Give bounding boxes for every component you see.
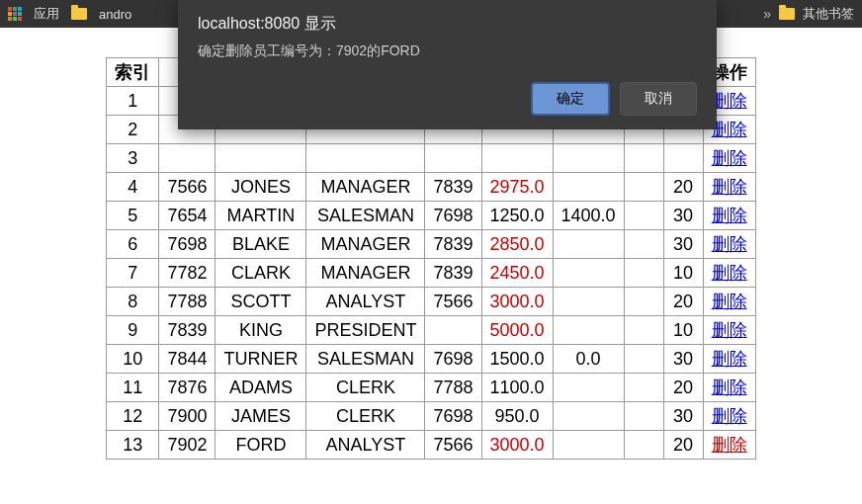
table-row: 97839KINGPRESIDENT5000.010删除 bbox=[107, 316, 755, 345]
table-cell: JAMES bbox=[216, 402, 306, 431]
table-cell bbox=[553, 173, 624, 202]
delete-link[interactable]: 删除 bbox=[712, 292, 747, 311]
table-cell bbox=[624, 230, 663, 259]
table-cell bbox=[553, 431, 624, 460]
table-cell: 4 bbox=[107, 173, 159, 202]
table-cell: CLERK bbox=[306, 402, 425, 431]
delete-link[interactable]: 删除 bbox=[712, 435, 747, 455]
table-cell bbox=[553, 259, 624, 288]
dialog-title: localhost:8080 显示 bbox=[198, 14, 697, 35]
table-cell: 1 bbox=[107, 87, 159, 116]
overflow-chevron-icon[interactable]: » bbox=[763, 6, 771, 22]
table-cell: 2850.0 bbox=[481, 230, 553, 259]
table-row: 117876ADAMSCLERK77881100.020删除 bbox=[107, 374, 755, 402]
table-cell: 2975.0 bbox=[481, 173, 553, 202]
table-cell: 20 bbox=[663, 288, 703, 316]
table-cell: JONES bbox=[216, 173, 306, 202]
table-cell: 7839 bbox=[425, 259, 481, 288]
table-row: 137902FORDANALYST75663000.020删除 bbox=[107, 431, 755, 460]
table-cell: 1250.0 bbox=[481, 202, 553, 230]
table-cell bbox=[159, 144, 216, 173]
delete-link[interactable]: 删除 bbox=[712, 349, 747, 369]
folder-icon[interactable] bbox=[71, 8, 87, 20]
delete-link[interactable]: 删除 bbox=[712, 148, 747, 168]
table-cell: 11 bbox=[107, 374, 159, 402]
table-cell bbox=[481, 144, 553, 173]
table-cell bbox=[553, 374, 624, 402]
table-cell bbox=[553, 288, 624, 316]
table-cell: 3000.0 bbox=[481, 431, 553, 460]
delete-link[interactable]: 删除 bbox=[712, 320, 747, 340]
table-cell: 7698 bbox=[425, 402, 481, 431]
table-cell: 7839 bbox=[159, 316, 216, 345]
table-row: 67698BLAKEMANAGER78392850.030删除 bbox=[107, 230, 755, 259]
table-cell: CLARK bbox=[216, 259, 306, 288]
table-cell: KING bbox=[216, 316, 306, 345]
bookmark-folder-label[interactable]: andro bbox=[99, 7, 131, 22]
table-row: 127900JAMESCLERK7698950.030删除 bbox=[107, 402, 755, 431]
table-cell: 30 bbox=[663, 345, 703, 374]
table-cell: 1100.0 bbox=[481, 374, 553, 402]
table-cell bbox=[553, 144, 624, 173]
table-cell: ANALYST bbox=[306, 431, 425, 460]
table-cell-action: 删除 bbox=[703, 173, 755, 202]
table-cell: 9 bbox=[107, 316, 159, 345]
delete-link[interactable]: 删除 bbox=[712, 234, 747, 254]
delete-link[interactable]: 删除 bbox=[712, 378, 747, 397]
table-cell: 12 bbox=[107, 402, 159, 431]
apps-label[interactable]: 应用 bbox=[34, 5, 59, 23]
table-cell: 7698 bbox=[425, 345, 481, 374]
table-cell-action: 删除 bbox=[703, 202, 755, 230]
confirm-dialog: localhost:8080 显示 确定删除员工编号为：7902的FORD 确定… bbox=[178, 0, 717, 129]
table-cell: 7788 bbox=[159, 288, 216, 316]
table-body: 1删除2删除3删除47566JONESMANAGER78392975.020删除… bbox=[107, 87, 755, 460]
apps-icon[interactable] bbox=[8, 7, 22, 21]
table-cell-action: 删除 bbox=[703, 144, 755, 173]
table-header-cell: 索引 bbox=[107, 58, 159, 87]
table-cell: 7788 bbox=[425, 374, 481, 402]
table-cell: BLAKE bbox=[216, 230, 306, 259]
table-cell: MANAGER bbox=[306, 173, 425, 202]
table-cell bbox=[624, 345, 663, 374]
table-cell-action: 删除 bbox=[703, 402, 755, 431]
table-cell: PRESIDENT bbox=[306, 316, 425, 345]
table-cell: 950.0 bbox=[481, 402, 553, 431]
table-cell: 2 bbox=[107, 116, 159, 144]
delete-link[interactable]: 删除 bbox=[712, 406, 747, 426]
table-cell: 7839 bbox=[425, 230, 481, 259]
table-cell bbox=[553, 402, 624, 431]
table-cell: MARTIN bbox=[216, 202, 306, 230]
table-cell: 3000.0 bbox=[481, 288, 553, 316]
table-cell bbox=[553, 230, 624, 259]
table-cell: 20 bbox=[663, 431, 703, 460]
table-cell-action: 删除 bbox=[703, 374, 755, 402]
table-cell: 20 bbox=[663, 374, 703, 402]
table-cell: 5000.0 bbox=[481, 316, 553, 345]
dialog-cancel-button[interactable]: 取消 bbox=[620, 82, 697, 116]
table-cell: 1400.0 bbox=[553, 202, 624, 230]
table-cell: 7 bbox=[107, 259, 159, 288]
table-cell: CLERK bbox=[306, 374, 425, 402]
table-cell-action: 删除 bbox=[703, 316, 755, 345]
delete-link[interactable]: 删除 bbox=[712, 206, 747, 225]
table-cell: FORD bbox=[216, 431, 306, 460]
table-row: 57654MARTINSALESMAN76981250.01400.030删除 bbox=[107, 202, 755, 230]
table-cell-action: 删除 bbox=[703, 288, 755, 316]
table-cell bbox=[663, 144, 703, 173]
table-cell: 30 bbox=[663, 402, 703, 431]
delete-link[interactable]: 删除 bbox=[712, 263, 747, 283]
delete-link[interactable]: 删除 bbox=[712, 177, 747, 197]
table-cell bbox=[624, 259, 663, 288]
table-row: 3删除 bbox=[107, 144, 755, 173]
dialog-ok-button[interactable]: 确定 bbox=[531, 82, 610, 116]
table-cell: MANAGER bbox=[306, 259, 425, 288]
table-cell bbox=[425, 144, 481, 173]
table-row: 87788SCOTTANALYST75663000.020删除 bbox=[107, 288, 755, 316]
table-cell bbox=[624, 431, 663, 460]
delete-link[interactable]: 删除 bbox=[712, 120, 747, 139]
table-cell: 7839 bbox=[425, 173, 481, 202]
other-bookmarks-label[interactable]: 其他书签 bbox=[803, 5, 854, 23]
folder-icon[interactable] bbox=[779, 8, 795, 20]
table-cell bbox=[624, 173, 663, 202]
delete-link[interactable]: 删除 bbox=[712, 91, 747, 111]
